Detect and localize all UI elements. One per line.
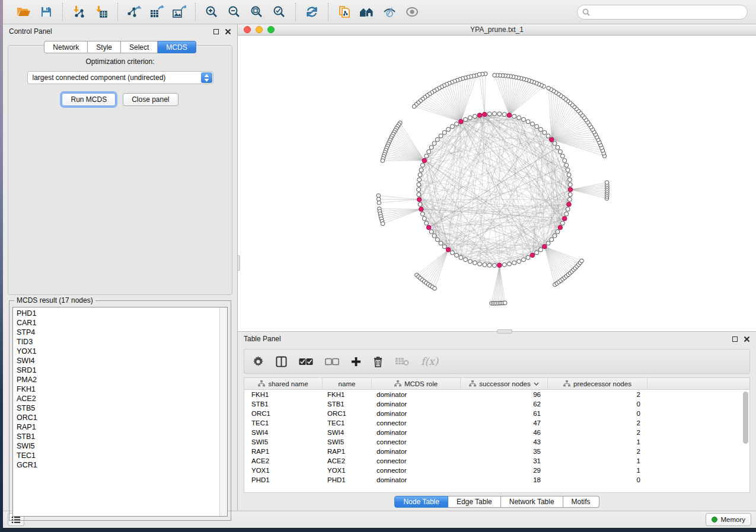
network-node[interactable]	[538, 127, 543, 132]
memory-button[interactable]: Memory	[706, 513, 751, 526]
criterion-dropdown[interactable]: largest connected component (undirected)	[27, 71, 213, 84]
cell-mcds-role[interactable]: dominator	[372, 429, 461, 436]
cell-name[interactable]: PHD1	[323, 476, 372, 483]
network-hub-node[interactable]	[562, 216, 567, 221]
network-node[interactable]	[418, 202, 422, 206]
table-row[interactable]: ACE2ACE2connector311	[244, 456, 749, 466]
cell-mcds-role[interactable]: dominator	[372, 400, 461, 408]
cell-predecessor-nodes[interactable]: 2	[548, 448, 647, 455]
network-node[interactable]	[417, 182, 421, 187]
tab-motifs[interactable]: Motifs	[563, 496, 599, 508]
network-hub-node[interactable]	[507, 113, 512, 118]
network-leaf-node[interactable]	[381, 159, 385, 163]
network-node[interactable]	[483, 262, 487, 267]
cell-shared-name[interactable]: ACE2	[244, 457, 323, 464]
cell-shared-name[interactable]: SWI5	[244, 438, 323, 446]
tab-network-table[interactable]: Network Table	[501, 496, 563, 508]
tab-edge-table[interactable]: Edge Table	[448, 496, 501, 508]
export-network-button[interactable]	[124, 2, 144, 21]
network-hub-node[interactable]	[426, 225, 431, 230]
zoom-in-button[interactable]	[202, 2, 222, 21]
network-node[interactable]	[531, 122, 535, 126]
cell-successor-nodes[interactable]: 29	[461, 467, 548, 474]
network-hub-node[interactable]	[417, 197, 422, 202]
table-row[interactable]: PHD1PHD1dominator180	[244, 475, 749, 485]
network-node[interactable]	[546, 241, 550, 245]
network-node[interactable]	[429, 230, 433, 234]
cell-mcds-role[interactable]: connector	[372, 419, 461, 427]
network-node[interactable]	[526, 255, 530, 259]
column-header-predecessor-nodes[interactable]: predecessor nodes	[548, 378, 647, 389]
cell-name[interactable]: SWI5	[323, 438, 372, 446]
network-hub-node[interactable]	[446, 248, 451, 252]
network-node[interactable]	[535, 124, 539, 129]
network-node[interactable]	[564, 163, 569, 167]
network-leaf-node[interactable]	[547, 86, 551, 90]
show-graphics-details-button[interactable]	[402, 2, 422, 21]
close-panel-button[interactable]: Close panel	[123, 93, 178, 106]
network-node[interactable]	[439, 134, 443, 138]
cell-successor-nodes[interactable]: 46	[461, 429, 548, 436]
cell-mcds-role[interactable]: dominator	[372, 448, 461, 455]
zoom-fit-button[interactable]	[247, 2, 267, 21]
network-node[interactable]	[487, 112, 492, 116]
network-node[interactable]	[568, 182, 572, 187]
cell-predecessor-nodes[interactable]: 2	[548, 429, 647, 436]
network-leaf-node[interactable]	[493, 73, 497, 78]
column-header-shared-name[interactable]: shared name	[244, 378, 323, 389]
network-node[interactable]	[420, 212, 425, 216]
tab-network[interactable]: Network	[44, 41, 88, 53]
cell-shared-name[interactable]: ORC1	[244, 410, 323, 417]
float-panel-icon[interactable]	[213, 29, 219, 34]
mcds-result-item[interactable]: STP4	[17, 328, 227, 337]
cell-name[interactable]: FKH1	[323, 391, 372, 398]
mcds-result-item[interactable]: SWI4	[17, 356, 227, 366]
network-node[interactable]	[432, 233, 436, 238]
network-node[interactable]	[464, 117, 468, 121]
cell-mcds-role[interactable]: connector	[372, 467, 461, 474]
cell-successor-nodes[interactable]: 43	[461, 438, 548, 446]
search-input[interactable]	[577, 5, 748, 20]
network-node[interactable]	[550, 238, 554, 242]
zoom-out-button[interactable]	[224, 2, 244, 21]
network-node[interactable]	[468, 259, 472, 264]
tab-style[interactable]: Style	[88, 41, 121, 53]
cell-name[interactable]: SWI4	[323, 429, 372, 436]
cell-predecessor-nodes[interactable]: 0	[548, 410, 647, 417]
network-node[interactable]	[567, 178, 572, 182]
cell-mcds-role[interactable]: connector	[372, 457, 461, 464]
network-node[interactable]	[553, 142, 557, 146]
mcds-list-scrollbar[interactable]	[219, 307, 227, 516]
mcds-result-item[interactable]: TEC1	[17, 451, 227, 460]
table-row[interactable]: RAP1RAP1dominator352	[244, 447, 749, 456]
network-node[interactable]	[567, 173, 571, 177]
network-node[interactable]	[450, 251, 454, 255]
cell-shared-name[interactable]: YOX1	[244, 467, 323, 474]
network-node[interactable]	[425, 154, 429, 158]
network-leaf-node[interactable]	[381, 222, 385, 226]
mcds-result-item[interactable]: GCR1	[17, 460, 227, 470]
network-hub-node[interactable]	[422, 158, 427, 163]
network-node[interactable]	[427, 150, 431, 154]
network-hub-node[interactable]	[558, 225, 563, 230]
mcds-result-item[interactable]: ACE2	[17, 394, 227, 403]
network-hub-node[interactable]	[549, 137, 554, 142]
cell-predecessor-nodes[interactable]: 0	[548, 400, 647, 408]
network-canvas[interactable]	[238, 36, 756, 331]
network-leaf-node[interactable]	[477, 72, 481, 76]
close-panel-icon[interactable]	[744, 336, 750, 342]
network-node[interactable]	[502, 262, 506, 267]
network-node[interactable]	[563, 159, 567, 163]
hide-graphics-details-button[interactable]	[379, 2, 400, 21]
network-node[interactable]	[556, 145, 560, 149]
cell-predecessor-nodes[interactable]: 1	[548, 457, 647, 464]
network-node[interactable]	[473, 114, 477, 118]
cell-name[interactable]: ORC1	[323, 410, 372, 417]
cell-predecessor-nodes[interactable]: 0	[548, 476, 647, 483]
network-hub-node[interactable]	[482, 112, 487, 117]
run-mcds-button[interactable]: Run MCDS	[62, 93, 116, 106]
table-row[interactable]: YOX1YOX1connector291	[244, 466, 749, 475]
network-node[interactable]	[459, 255, 463, 259]
network-hub-node[interactable]	[419, 207, 424, 211]
close-panel-icon[interactable]	[225, 28, 231, 35]
